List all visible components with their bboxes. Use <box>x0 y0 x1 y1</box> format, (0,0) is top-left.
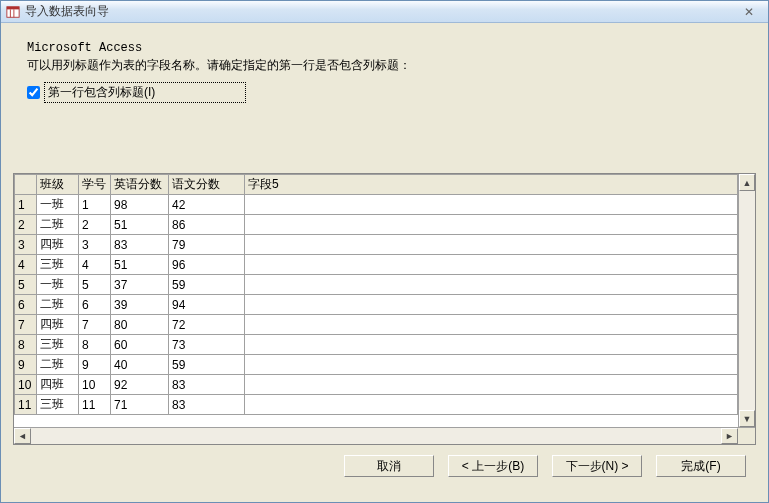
table-row[interactable]: 11三班117183 <box>15 395 738 415</box>
cell[interactable] <box>245 355 738 375</box>
row-number: 1 <box>15 195 37 215</box>
cell[interactable]: 10 <box>79 375 111 395</box>
cell[interactable]: 三班 <box>37 335 79 355</box>
cell[interactable] <box>245 295 738 315</box>
row-number: 2 <box>15 215 37 235</box>
header-row: 班级 学号 英语分数 语文分数 字段5 <box>15 175 738 195</box>
table-row[interactable]: 8三班86073 <box>15 335 738 355</box>
cell[interactable] <box>245 235 738 255</box>
product-label: Microsoft Access <box>27 41 758 55</box>
cell[interactable] <box>245 395 738 415</box>
col-header[interactable]: 学号 <box>79 175 111 195</box>
cell[interactable]: 98 <box>111 195 169 215</box>
cell[interactable]: 3 <box>79 235 111 255</box>
cell[interactable]: 83 <box>169 395 245 415</box>
cell[interactable]: 51 <box>111 255 169 275</box>
button-bar: 取消 < 上一步(B) 下一步(N) > 完成(F) <box>11 445 758 487</box>
cell[interactable]: 59 <box>169 275 245 295</box>
row-number: 7 <box>15 315 37 335</box>
cell[interactable]: 51 <box>111 215 169 235</box>
cell[interactable]: 80 <box>111 315 169 335</box>
rownum-header <box>15 175 37 195</box>
cell[interactable]: 一班 <box>37 275 79 295</box>
cell[interactable] <box>245 335 738 355</box>
cancel-button[interactable]: 取消 <box>344 455 434 477</box>
cell[interactable]: 39 <box>111 295 169 315</box>
cell[interactable] <box>245 195 738 215</box>
content-area: Microsoft Access 可以用列标题作为表的字段名称。请确定指定的第一… <box>1 23 768 502</box>
cell[interactable]: 79 <box>169 235 245 255</box>
row-number: 10 <box>15 375 37 395</box>
col-header[interactable]: 字段5 <box>245 175 738 195</box>
table-row[interactable]: 9二班94059 <box>15 355 738 375</box>
vertical-scrollbar[interactable]: ▲ ▼ <box>738 174 755 427</box>
cell[interactable]: 83 <box>111 235 169 255</box>
cell[interactable]: 73 <box>169 335 245 355</box>
col-header[interactable]: 英语分数 <box>111 175 169 195</box>
cell[interactable]: 二班 <box>37 215 79 235</box>
scroll-down-icon[interactable]: ▼ <box>739 410 755 427</box>
cell[interactable]: 11 <box>79 395 111 415</box>
scroll-up-icon[interactable]: ▲ <box>739 174 755 191</box>
cell[interactable]: 94 <box>169 295 245 315</box>
cell[interactable]: 92 <box>111 375 169 395</box>
back-button[interactable]: < 上一步(B) <box>448 455 538 477</box>
cell[interactable]: 37 <box>111 275 169 295</box>
scroll-right-icon[interactable]: ► <box>721 428 738 444</box>
cell[interactable]: 86 <box>169 215 245 235</box>
cell[interactable]: 一班 <box>37 195 79 215</box>
cell[interactable]: 59 <box>169 355 245 375</box>
cell[interactable] <box>245 255 738 275</box>
cell[interactable]: 二班 <box>37 295 79 315</box>
cell[interactable]: 96 <box>169 255 245 275</box>
cell[interactable]: 四班 <box>37 375 79 395</box>
col-header[interactable]: 班级 <box>37 175 79 195</box>
app-icon <box>5 4 21 20</box>
cell[interactable]: 5 <box>79 275 111 295</box>
row-number: 8 <box>15 335 37 355</box>
table-row[interactable]: 5一班53759 <box>15 275 738 295</box>
col-header[interactable]: 语文分数 <box>169 175 245 195</box>
cell[interactable]: 42 <box>169 195 245 215</box>
cell[interactable]: 二班 <box>37 355 79 375</box>
cell[interactable]: 72 <box>169 315 245 335</box>
table-row[interactable]: 7四班78072 <box>15 315 738 335</box>
table-row[interactable]: 2二班25186 <box>15 215 738 235</box>
table-row[interactable]: 10四班109283 <box>15 375 738 395</box>
cell[interactable]: 三班 <box>37 255 79 275</box>
first-row-headers-option[interactable]: 第一行包含列标题(I) <box>27 82 758 103</box>
row-number: 11 <box>15 395 37 415</box>
cell[interactable]: 1 <box>79 195 111 215</box>
svg-rect-1 <box>7 6 19 9</box>
cell[interactable]: 60 <box>111 335 169 355</box>
cell[interactable]: 2 <box>79 215 111 235</box>
cell[interactable] <box>245 315 738 335</box>
table-row[interactable]: 1一班19842 <box>15 195 738 215</box>
cell[interactable]: 9 <box>79 355 111 375</box>
horizontal-scrollbar[interactable]: ◄ ► <box>14 427 755 444</box>
table-row[interactable]: 6二班63994 <box>15 295 738 315</box>
cell[interactable] <box>245 215 738 235</box>
table-row[interactable]: 4三班45196 <box>15 255 738 275</box>
cell[interactable]: 8 <box>79 335 111 355</box>
cell[interactable]: 83 <box>169 375 245 395</box>
table-row[interactable]: 3四班38379 <box>15 235 738 255</box>
cell[interactable]: 四班 <box>37 315 79 335</box>
scroll-track[interactable] <box>31 428 721 444</box>
finish-button[interactable]: 完成(F) <box>656 455 746 477</box>
cell[interactable] <box>245 275 738 295</box>
cell[interactable]: 71 <box>111 395 169 415</box>
scroll-left-icon[interactable]: ◄ <box>14 428 31 444</box>
row-number: 4 <box>15 255 37 275</box>
cell[interactable]: 40 <box>111 355 169 375</box>
scroll-track[interactable] <box>739 191 755 410</box>
cell[interactable]: 6 <box>79 295 111 315</box>
cell[interactable] <box>245 375 738 395</box>
first-row-headers-checkbox[interactable] <box>27 86 40 99</box>
cell[interactable]: 三班 <box>37 395 79 415</box>
close-icon[interactable]: ✕ <box>734 5 764 19</box>
cell[interactable]: 4 <box>79 255 111 275</box>
cell[interactable]: 四班 <box>37 235 79 255</box>
next-button[interactable]: 下一步(N) > <box>552 455 642 477</box>
cell[interactable]: 7 <box>79 315 111 335</box>
